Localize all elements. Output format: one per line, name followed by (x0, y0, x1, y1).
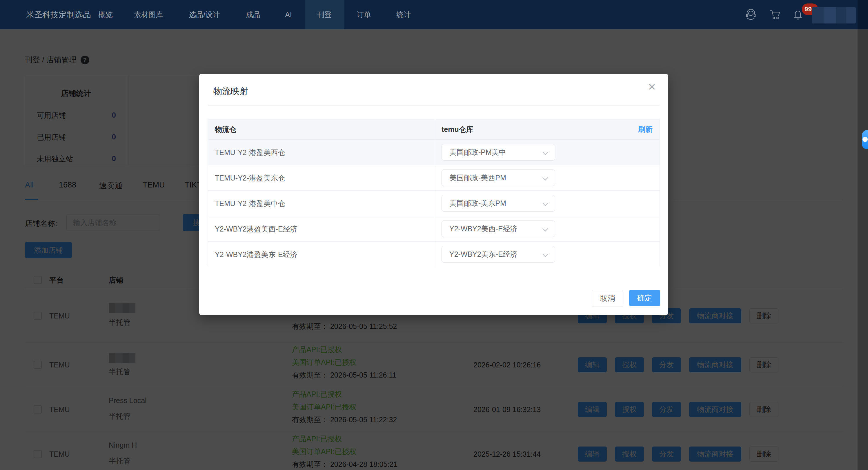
col-logistics-warehouse: 物流仓 (215, 125, 237, 134)
nav-item-orders[interactable]: 订单 (356, 0, 371, 29)
column-divider (434, 165, 434, 190)
column-divider (434, 119, 434, 139)
dialog-header-divider (208, 105, 659, 105)
warehouse-name: Y2-WBY2港盈美东-E经济 (215, 249, 298, 259)
side-drawer-handle[interactable] (862, 130, 868, 149)
cancel-button[interactable]: 取消 (592, 290, 623, 307)
column-divider (434, 242, 434, 267)
warehouse-name: TEMU-Y2-港盈美东仓 (215, 173, 285, 182)
chevron-down-icon (542, 175, 548, 180)
mapping-row: TEMU-Y2-港盈美中仓 美国邮政-美东PM (208, 191, 659, 216)
warehouse-name: Y2-WBY2港盈美西-E经济 (215, 224, 298, 234)
nav-item-assets[interactable]: 素材图库 (134, 0, 163, 29)
top-nav-bar: 米圣科技定制选品 概览 素材图库 选品/设计 成品 AI 刊登 订单 统计 99… (0, 0, 868, 29)
temu-warehouse-select[interactable]: Y2-WBY2美东-E经济 (441, 246, 555, 263)
logistics-mapping-dialog: 物流映射 ✕ 物流仓 temu仓库 刷新 TEMU-Y2-港盈美西仓 美国邮政-… (199, 74, 668, 315)
warehouse-name: TEMU-Y2-港盈美西仓 (215, 147, 285, 157)
cart-icon[interactable] (768, 8, 781, 21)
selected-option: 美国邮政-PM美中 (450, 147, 506, 157)
refresh-link[interactable]: 刷新 (638, 125, 653, 134)
temu-warehouse-select[interactable]: 美国邮政-美西PM (441, 169, 555, 186)
chevron-down-icon (542, 226, 548, 232)
chevron-down-icon (542, 149, 548, 155)
temu-warehouse-select[interactable]: 美国邮政-美东PM (441, 195, 555, 211)
username-redacted[interactable] (812, 7, 856, 24)
temu-warehouse-select[interactable]: Y2-WBY2美西-E经济 (441, 221, 555, 237)
selected-option: 美国邮政-美西PM (450, 173, 506, 182)
nav-item-design[interactable]: 选品/设计 (189, 0, 220, 29)
mapping-row: Y2-WBY2港盈美东-E经济 Y2-WBY2美东-E经济 (208, 242, 659, 267)
mapping-row: Y2-WBY2港盈美西-E经济 Y2-WBY2美西-E经济 (208, 216, 659, 242)
mapping-row: TEMU-Y2-港盈美东仓 美国邮政-美西PM (208, 165, 659, 191)
scrollbar-track[interactable] (858, 0, 868, 470)
column-divider (434, 191, 434, 216)
mapping-table-header: 物流仓 temu仓库 刷新 (208, 119, 659, 140)
selected-option: Y2-WBY2美东-E经济 (450, 249, 518, 259)
confirm-button[interactable]: 确定 (629, 290, 660, 306)
nav-item-stats[interactable]: 统计 (396, 0, 411, 29)
mapping-row: TEMU-Y2-港盈美西仓 美国邮政-PM美中 (208, 140, 659, 165)
brand-logo-text[interactable]: 米圣科技定制选品 (26, 0, 91, 29)
selected-option: 美国邮政-美东PM (450, 199, 506, 208)
nav-item-ai[interactable]: AI (285, 0, 292, 29)
close-icon[interactable]: ✕ (648, 82, 656, 92)
col-temu-warehouse: temu仓库 (441, 125, 473, 134)
support-headset-icon[interactable] (744, 8, 757, 21)
dialog-title: 物流映射 (213, 86, 248, 97)
column-divider (434, 216, 434, 241)
mapping-table: 物流仓 temu仓库 刷新 TEMU-Y2-港盈美西仓 美国邮政-PM美中 TE… (208, 119, 660, 266)
nav-item-products[interactable]: 成品 (246, 0, 260, 29)
chevron-down-icon (542, 200, 548, 206)
dialog-footer: 取消 确定 (592, 290, 660, 307)
warehouse-name: TEMU-Y2-港盈美中仓 (215, 199, 285, 208)
selected-option: Y2-WBY2美西-E经济 (450, 224, 518, 234)
nav-item-publish[interactable]: 刊登 (317, 0, 332, 29)
nav-item-overview[interactable]: 概览 (98, 0, 113, 29)
chevron-down-icon (542, 251, 548, 257)
temu-warehouse-select[interactable]: 美国邮政-PM美中 (441, 144, 555, 161)
column-divider (434, 140, 434, 165)
